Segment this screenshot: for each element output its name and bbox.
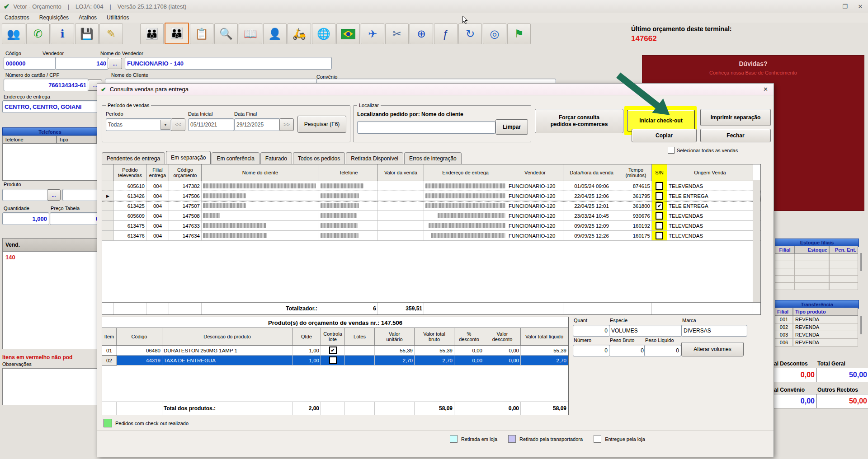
select-all-checkbox[interactable] xyxy=(668,147,675,154)
table-row[interactable]: ▶613426004147506FUNCIONARIO-12022/04/25 … xyxy=(102,191,760,201)
customers-group-icon[interactable]: 👪 xyxy=(140,23,164,44)
vetor-flag-icon[interactable]: ⚑ xyxy=(507,23,531,44)
sn-checkbox[interactable] xyxy=(656,222,663,230)
clients-icon[interactable]: 👥 xyxy=(2,23,25,44)
table-row[interactable]: 605609004147508FUNCIONARIO-12023/03/24 1… xyxy=(102,211,760,221)
next-period-button[interactable]: >> xyxy=(279,118,294,131)
produto-extra-field[interactable] xyxy=(62,189,101,201)
chevron-down-icon[interactable]: ▼ xyxy=(160,120,170,130)
target-icon[interactable]: ◎ xyxy=(483,23,506,44)
peso-liquido-field[interactable]: 0 xyxy=(644,345,681,356)
transfer-scrollbar[interactable] xyxy=(860,316,862,334)
vendedor-field[interactable]: 140 xyxy=(55,57,108,70)
formula-icon[interactable]: ƒ xyxy=(434,23,458,44)
delivery-icon[interactable]: 🛵 xyxy=(288,23,311,44)
add-icon[interactable]: ⊕ xyxy=(410,23,433,44)
data-final-field[interactable]: 29/12/2025 xyxy=(234,118,280,131)
sn-checkbox[interactable] xyxy=(656,212,663,220)
codigo-field[interactable]: 000000 xyxy=(4,57,56,70)
observacoes-textarea[interactable] xyxy=(2,368,98,405)
table-row[interactable]: 605610004147382FUNCIONARIO-12001/05/24 0… xyxy=(102,181,760,191)
copy-doc-icon[interactable]: 📋 xyxy=(190,23,213,44)
menu-item-utilitrios[interactable]: Utilitários xyxy=(107,14,129,21)
table-row[interactable]: 613475004147633FUNCIONARIO-12009/09/25 1… xyxy=(102,221,760,231)
total-cell xyxy=(345,402,375,415)
vendedor-browse-button[interactable]: ... xyxy=(108,58,122,69)
stock-scrollbar[interactable] xyxy=(860,253,862,271)
sales-grid-scrollbar[interactable] xyxy=(753,180,760,302)
produto-browse-button[interactable]: ... xyxy=(47,189,61,201)
localizar-input[interactable] xyxy=(357,121,495,134)
masked-phone xyxy=(321,203,359,208)
search-icon[interactable]: 🔍 xyxy=(214,23,238,44)
refresh-icon[interactable]: ↻ xyxy=(458,23,482,44)
endereco-field[interactable]: CENTRO, CENTRO, GOIANI xyxy=(2,100,101,113)
table-row[interactable]: 0106480DURATESTON 250MG 1AMP 11,00✔55,39… xyxy=(102,346,568,356)
info-icon[interactable]: ℹ xyxy=(51,23,74,44)
close-button[interactable]: ✕ xyxy=(853,1,868,11)
minimize-button[interactable]: — xyxy=(822,1,837,11)
tab-em-confer-ncia[interactable]: Em conferência xyxy=(212,152,259,164)
nome-vendedor-field[interactable]: FUNCIONARIO - 140 xyxy=(125,57,332,70)
especie-field[interactable]: VOLUMES xyxy=(609,325,682,337)
fechar-button[interactable]: Fechar xyxy=(700,129,771,142)
jet-icon[interactable]: ✈ xyxy=(361,23,384,44)
carrier-label: Retirado pela transportadora xyxy=(519,436,583,442)
tab-em-separa-o[interactable]: Em separação xyxy=(166,151,211,164)
table-row[interactable]: 613476004147634FUNCIONARIO-12009/09/25 1… xyxy=(102,231,760,241)
tab-pendentes-de-entrega[interactable]: Pendentes de entrega xyxy=(102,152,165,164)
scissors-icon[interactable]: ✂ xyxy=(385,23,409,44)
cell: 55,39 xyxy=(375,346,415,355)
catalog-icon[interactable]: 📖 xyxy=(239,23,262,44)
table-row[interactable]: 002REVENDA xyxy=(775,323,858,331)
produto-field[interactable] xyxy=(2,189,49,201)
lote-checkbox[interactable]: ✔ xyxy=(329,347,337,354)
table-row[interactable]: 006REVENDA xyxy=(775,339,858,347)
masked-address xyxy=(438,213,505,218)
sn-checkbox[interactable] xyxy=(656,192,663,200)
quant-field[interactable]: 0 xyxy=(573,325,610,337)
sn-checkbox[interactable] xyxy=(656,232,663,239)
menu-item-atalhos[interactable]: Atalhos xyxy=(79,14,97,21)
data-inicial-field[interactable]: 05/11/2021 xyxy=(188,118,234,131)
periodo-select[interactable]: Todas ▼ xyxy=(106,118,172,131)
menu-item-cadastros[interactable]: Cadastros xyxy=(5,14,29,21)
menu-item-requisies[interactable]: Requisições xyxy=(39,14,69,21)
preco-field[interactable]: 0 xyxy=(50,212,101,225)
limpar-button[interactable]: Limpar xyxy=(495,119,528,135)
cell xyxy=(795,276,829,283)
marca-field[interactable]: DIVERSAS xyxy=(681,325,747,337)
copiar-button[interactable]: Copiar xyxy=(632,129,697,142)
quantidade-field[interactable]: 1,000 xyxy=(2,212,49,225)
table-row[interactable]: 001REVENDA xyxy=(775,316,858,323)
maximize-button[interactable]: ❐ xyxy=(837,1,853,11)
brazil-flag-icon[interactable] xyxy=(336,23,360,44)
table-row[interactable]: 613425004147507FUNCIONARIO-12022/04/25 1… xyxy=(102,201,760,211)
forcar-consulta-button[interactable]: Forçar consulta pedidos e-commerces xyxy=(535,109,623,133)
lote-checkbox[interactable] xyxy=(329,356,337,364)
active-sale-icon[interactable]: 👪 xyxy=(165,23,189,44)
save-icon[interactable]: 💾 xyxy=(75,23,99,44)
cell: FUNCIONARIO-120 xyxy=(507,201,563,211)
ecommerce-globe-icon[interactable]: 🌐 xyxy=(312,23,335,44)
edit-icon[interactable]: ✎ xyxy=(99,23,123,44)
sn-checkbox[interactable] xyxy=(656,182,663,190)
client-icon[interactable]: 👤 xyxy=(263,23,287,44)
tab-erros-de-integra-o[interactable]: Erros de integração xyxy=(404,152,462,164)
tab-todos-os-pedidos[interactable]: Todos os pedidos xyxy=(293,152,345,164)
prev-period-button[interactable]: << xyxy=(171,118,185,131)
pesquisar-button[interactable]: Pesquisar (F6) xyxy=(297,116,346,133)
cartao-field[interactable]: 766134343-61 xyxy=(4,79,89,91)
numero-field[interactable]: 0 xyxy=(573,345,610,356)
dialog-close-icon[interactable]: ✕ xyxy=(763,86,768,93)
table-row[interactable]: 0244319TAXA DE ENTREGUA1,002,702,700,000… xyxy=(102,356,568,365)
peso-bruto-field[interactable]: 0 xyxy=(609,345,646,356)
sn-checkbox[interactable]: ✔ xyxy=(656,202,663,210)
table-row[interactable]: 003REVENDA xyxy=(775,331,858,339)
totalizer-cell xyxy=(114,303,146,314)
phone-sync-icon[interactable]: ✆ xyxy=(26,23,50,44)
tab-retirada-dispon-vel[interactable]: Retirada Disponível xyxy=(346,152,403,164)
tab-faturado[interactable]: Faturado xyxy=(260,152,292,164)
imprimir-separacao-button[interactable]: Imprimir separação xyxy=(700,109,771,126)
alterar-volumes-button[interactable]: Alterar volumes xyxy=(681,342,744,356)
